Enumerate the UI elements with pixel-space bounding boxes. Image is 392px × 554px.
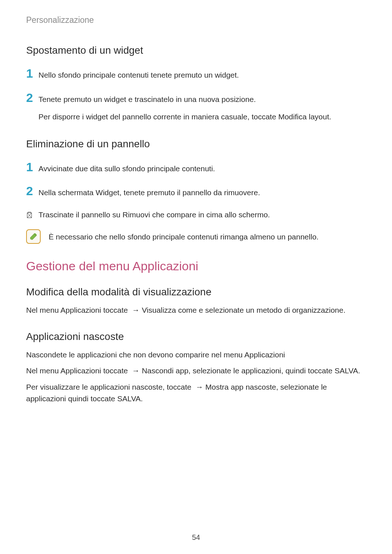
step-text: Nella schermata Widget, tenete premuto i… (38, 187, 260, 199)
note-text: È necessario che nello sfondo principale… (49, 231, 319, 243)
step-row: 1 Avvicinate due dita sullo sfondo princ… (26, 161, 366, 175)
page-number: 54 (0, 533, 392, 542)
subheading-delete-panel: Eliminazione di un pannello (26, 138, 366, 150)
step-number: 2 (26, 185, 38, 197)
section-label: Personalizzazione (26, 15, 366, 25)
subheading-move-widget: Spostamento di un widget (26, 45, 366, 56)
trash-icon (26, 211, 38, 219)
paragraph: Per visualizzare le applicazioni nascost… (26, 381, 366, 405)
subheading-view-mode: Modifica della modalità di visualizzazio… (26, 286, 366, 298)
text-fragment: → Nascondi app, selezionate le applicazi… (130, 366, 360, 375)
text-fragment: Nel menu Applicazioni toccate (26, 306, 130, 314)
text-fragment: → Visualizza come e selezionate un metod… (130, 306, 346, 314)
heading-apps-menu: Gestione del menu Applicazioni (26, 259, 366, 273)
step-text: Trascinate il pannello su Rimuovi che co… (38, 209, 270, 221)
step-text: Avvicinate due dita sullo sfondo princip… (38, 163, 215, 175)
step-row: 2 Nella schermata Widget, tenete premuto… (26, 185, 366, 199)
text-fragment: Nel menu Applicazioni toccate (26, 366, 130, 375)
step-text-extra: Per disporre i widget del pannello corre… (38, 111, 331, 123)
step-number: 1 (26, 161, 38, 173)
paragraph: Nel menu Applicazioni toccate → Visualiz… (26, 304, 366, 316)
step-row: 2 Tenete premuto un widget e trascinatel… (26, 91, 366, 123)
note-row: È necessario che nello sfondo principale… (26, 229, 366, 244)
step-number: 1 (26, 67, 38, 79)
text-fragment: Per visualizzare le applicazioni nascost… (26, 383, 193, 391)
paragraph: Nascondete le applicazioni che non devon… (26, 349, 366, 361)
step-row: Trascinate il pannello su Rimuovi che co… (26, 209, 366, 221)
subheading-hidden-apps: Applicazioni nascoste (26, 331, 366, 342)
step-number: 2 (26, 91, 38, 104)
paragraph: Nel menu Applicazioni toccate → Nascondi… (26, 365, 366, 377)
step-text: Nello sfondo principale contenuti tenete… (38, 69, 239, 81)
step-text: Tenete premuto un widget e trascinatelo … (38, 94, 331, 106)
note-icon (26, 229, 41, 244)
step-row: 1 Nello sfondo principale contenuti tene… (26, 67, 366, 81)
